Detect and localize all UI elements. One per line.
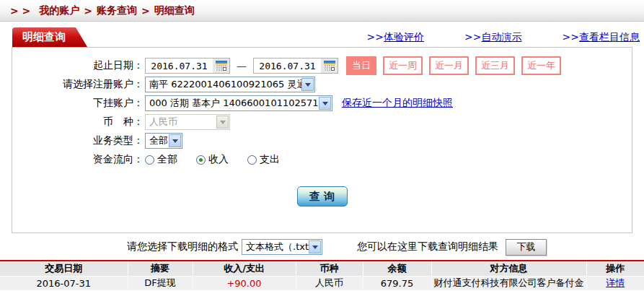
radio-flow-expense[interactable]: 支出 — [247, 153, 280, 166]
link-view-column-info[interactable]: >>查看栏目信息 — [563, 31, 640, 44]
breadcrumb-prefix: > > — [10, 5, 30, 17]
business-type-value: 全部 — [146, 134, 169, 147]
transaction-table: 交易日期 摘要 收入/支出 币种 余额 对方信息 操作 2016-07-31 D… — [0, 261, 644, 290]
currency-label: 币 种： — [12, 116, 144, 129]
download-format-select[interactable]: 文本格式（.txt） — [242, 239, 322, 255]
radio-flow-income[interactable]: 收入 — [196, 153, 229, 166]
chevron-down-icon[interactable] — [301, 78, 314, 91]
breadcrumb: > > 我的账户 > 账务查询 > 明细查询 — [0, 0, 644, 22]
cell-action: 详情 — [586, 276, 644, 290]
download-button[interactable]: 下载 — [506, 239, 547, 256]
col-header-summary: 摘要 — [128, 261, 193, 276]
date-range-row: 起止日期： 2016.07.31 — [12, 56, 632, 75]
table-row: 2016-07-31 DF提现 +90.00 人民币 679.75 财付通支付科… — [0, 276, 644, 290]
breadcrumb-separator: > — [84, 5, 92, 17]
breadcrumb-item-account-query[interactable]: 账务查询 — [97, 4, 137, 17]
cell-currency: 人民币 — [296, 276, 363, 290]
quick-range-month-button[interactable]: 近一月 — [429, 56, 469, 75]
link-view-column-info-label: 查看栏目信息 — [579, 31, 640, 43]
date-range-separator: — — [237, 60, 247, 71]
col-header-balance: 余额 — [363, 261, 431, 276]
download-format-value: 文本格式（.txt） — [242, 240, 309, 253]
link-prefix: >> — [464, 31, 481, 43]
sub-account-row: 下挂账户： 000 活期 基本户 1406600101102571848 保存近… — [12, 94, 632, 113]
date-from-value: 2016.07.31 — [146, 61, 213, 71]
query-form-panel: 起止日期： 2016.07.31 — [12, 47, 632, 233]
radio-circle-icon — [145, 155, 154, 165]
link-prefix: >> — [367, 31, 384, 43]
table-header-row: 交易日期 摘要 收入/支出 币种 余额 对方信息 操作 — [0, 261, 644, 276]
query-button-row: 查 询 — [12, 186, 632, 207]
link-auto-demo[interactable]: >>自动演示 — [464, 31, 521, 44]
calendar-icon[interactable] — [213, 58, 229, 73]
breadcrumb-separator: > — [141, 5, 150, 17]
save-snapshot-link[interactable]: 保存近一个月的明细快照 — [342, 97, 453, 110]
download-row: 请您选择下载明细的格式 文本格式（.txt） 您可以在这里下载查询明细结果 下载 — [127, 238, 644, 256]
link-auto-demo-label: 自动演示 — [482, 31, 522, 43]
col-header-action: 操作 — [586, 261, 644, 276]
header-links: >>体验评价 >>自动演示 >>查看栏目信息 — [367, 31, 640, 44]
business-type-select[interactable]: 全部 — [145, 133, 182, 149]
date-to-input[interactable]: 2016.07.31 — [253, 58, 338, 74]
calendar-icon[interactable] — [321, 58, 338, 73]
quick-range-week-button[interactable]: 近一周 — [383, 56, 423, 75]
col-header-trade-date: 交易日期 — [0, 261, 128, 276]
breadcrumb-item-my-account[interactable]: 我的账户 — [39, 4, 79, 17]
radio-flow-income-label: 收入 — [208, 153, 229, 166]
detail-link[interactable]: 详情 — [606, 277, 625, 288]
chevron-down-icon[interactable] — [309, 240, 321, 253]
cell-amount: +90.00 — [193, 276, 296, 290]
sub-account-select[interactable]: 000 活期 基本户 1406600101102571848 — [145, 95, 332, 111]
business-type-label: 业务类型： — [12, 134, 144, 147]
date-from-input[interactable]: 2016.07.31 — [145, 58, 230, 74]
col-header-currency: 币种 — [296, 261, 363, 276]
chevron-down-icon — [216, 116, 229, 129]
download-format-label: 请您选择下载明细的格式 — [127, 240, 238, 253]
register-account-row: 请选择注册账户： 南平 6222001406100921065 灵通卡 — [12, 75, 632, 94]
register-account-value: 南平 6222001406100921065 灵通卡 — [146, 78, 301, 91]
register-account-label: 请选择注册账户： — [12, 78, 144, 91]
currency-value: 人民币 — [146, 116, 216, 129]
date-range-label: 起止日期： — [12, 59, 144, 72]
link-experience-review[interactable]: >>体验评价 — [367, 31, 424, 44]
radio-flow-all-label: 全部 — [157, 153, 177, 166]
chevron-down-icon[interactable] — [319, 97, 331, 110]
col-header-amount: 收入/支出 — [193, 261, 296, 276]
currency-select: 人民币 — [145, 114, 230, 130]
tab-detail-query[interactable]: 明细查询 — [12, 27, 87, 47]
register-account-select[interactable]: 南平 6222001406100921065 灵通卡 — [145, 77, 315, 92]
date-to-value: 2016.07.31 — [254, 61, 321, 71]
quick-range-year-button[interactable]: 近一年 — [521, 56, 561, 75]
link-experience-review-label: 体验评价 — [384, 31, 424, 43]
tab-row: 明细查询 >>体验评价 >>自动演示 >>查看栏目信息 — [0, 27, 644, 47]
radio-circle-icon — [196, 155, 206, 165]
fund-flow-label: 资金流向： — [12, 153, 144, 166]
currency-row: 币 种： 人民币 — [12, 113, 632, 131]
sub-account-value: 000 活期 基本户 1406600101102571848 — [146, 97, 319, 110]
sub-account-label: 下挂账户： — [12, 97, 144, 110]
breadcrumb-item-detail-query[interactable]: 明细查询 — [154, 4, 195, 17]
download-hint-label: 您可以在这里下载查询明细结果 — [357, 240, 498, 253]
radio-circle-icon — [247, 155, 257, 165]
quick-range-3months-button[interactable]: 近三月 — [475, 56, 515, 75]
cell-trade-date: 2016-07-31 — [0, 276, 128, 290]
cell-counterparty: 财付通支付科技有限公司客户备付金 — [431, 276, 586, 290]
business-type-row: 业务类型： 全部 — [12, 131, 632, 150]
cell-summary: DF提现 — [128, 276, 193, 290]
chevron-down-icon[interactable] — [169, 134, 181, 147]
query-button[interactable]: 查 询 — [297, 186, 348, 207]
col-header-counterparty: 对方信息 — [431, 261, 586, 276]
cell-balance: 679.75 — [363, 276, 431, 290]
quick-range-today-button[interactable]: 当日 — [346, 56, 376, 75]
fund-flow-row: 资金流向： 全部 收入 支出 — [12, 150, 632, 169]
radio-flow-expense-label: 支出 — [260, 153, 280, 166]
radio-flow-all[interactable]: 全部 — [145, 153, 177, 166]
link-prefix: >> — [563, 31, 579, 43]
